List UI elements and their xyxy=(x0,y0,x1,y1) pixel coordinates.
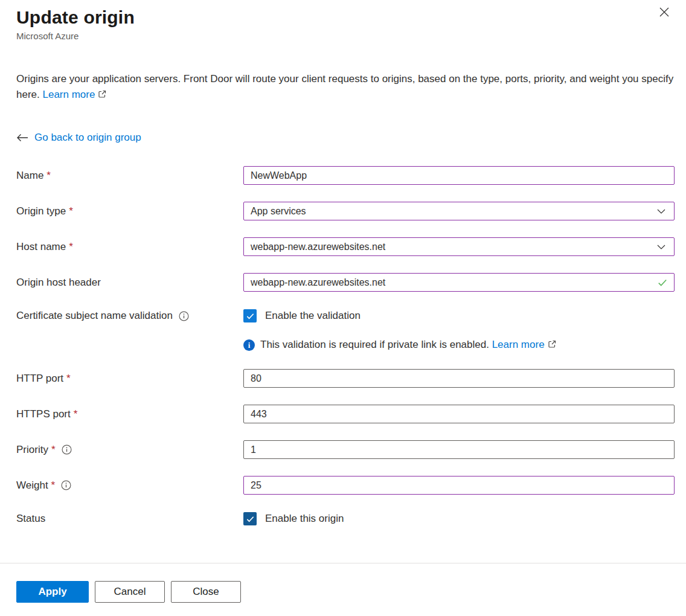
dialog-header: Update origin Microsoft Azure xyxy=(16,0,675,41)
cancel-button[interactable]: Cancel xyxy=(95,581,165,603)
label-text: Origin host header xyxy=(16,277,101,289)
dialog-footer: Apply Cancel Close xyxy=(0,563,686,616)
label-text: Origin type xyxy=(16,205,66,217)
weight-label: Weight * xyxy=(16,480,243,492)
checkbox-checked-icon xyxy=(243,512,257,525)
status-label: Status xyxy=(16,513,243,525)
label-text: HTTP port xyxy=(16,373,63,385)
dropdown-selected-value: App services xyxy=(251,206,306,217)
info-icon[interactable] xyxy=(62,444,72,455)
valid-check-icon xyxy=(657,277,668,288)
info-icon[interactable] xyxy=(179,311,189,321)
chevron-down-icon xyxy=(656,207,666,216)
field-row-https-port: HTTPS port * xyxy=(16,405,675,423)
intro-text: Origins are your application servers. Fr… xyxy=(16,73,673,100)
intro-learn-more-link[interactable]: Learn more xyxy=(42,89,107,100)
back-link-row: Go back to origin group xyxy=(16,132,675,144)
origin-form: Name * Origin type * App services xyxy=(16,166,675,526)
back-arrow-icon xyxy=(16,133,28,142)
field-row-cert-validation: Certificate subject name validation Enab… xyxy=(16,309,675,323)
checkbox-checked-icon xyxy=(243,309,257,322)
info-icon[interactable] xyxy=(61,480,71,490)
dropdown-selected-value: webapp-new.azurewebsites.net xyxy=(251,242,385,252)
go-back-link[interactable]: Go back to origin group xyxy=(34,132,141,144)
field-row-weight: Weight * xyxy=(16,476,675,495)
origin-host-header-input[interactable] xyxy=(243,273,675,292)
field-row-host-name: Host name * webapp-new.azurewebsites.net xyxy=(16,237,675,256)
field-row-http-port: HTTP port * xyxy=(16,369,675,388)
validation-info-note: i This validation is required if private… xyxy=(243,339,675,353)
label-text: Weight xyxy=(16,480,48,492)
required-asterisk: * xyxy=(69,241,73,253)
http-port-label: HTTP port * xyxy=(16,373,243,385)
label-text: Name xyxy=(16,170,43,182)
enable-origin-checkbox[interactable]: Enable this origin xyxy=(243,512,675,525)
field-row-name: Name * xyxy=(16,166,675,185)
field-row-priority: Priority * xyxy=(16,440,675,459)
label-text: Certificate subject name validation xyxy=(16,310,173,322)
external-link-icon xyxy=(97,88,107,104)
weight-input[interactable] xyxy=(243,476,675,495)
priority-label: Priority * xyxy=(16,444,243,456)
required-asterisk: * xyxy=(69,205,73,217)
enable-validation-checkbox[interactable]: Enable the validation xyxy=(243,309,675,322)
required-asterisk: * xyxy=(66,373,71,385)
origin-host-header-label: Origin host header xyxy=(16,277,243,289)
checkbox-label: Enable this origin xyxy=(265,513,344,525)
checkbox-label: Enable the validation xyxy=(265,310,361,322)
http-port-input[interactable] xyxy=(243,369,675,388)
label-text: Priority xyxy=(16,444,48,456)
apply-button[interactable]: Apply xyxy=(16,581,89,603)
required-asterisk: * xyxy=(74,408,78,420)
https-port-input[interactable] xyxy=(243,405,675,423)
label-text: Status xyxy=(16,513,45,525)
page-title: Update origin xyxy=(16,7,675,28)
field-row-origin-host-header: Origin host header xyxy=(16,273,675,292)
name-label: Name * xyxy=(16,170,243,182)
note-message: This validation is required if private l… xyxy=(260,339,489,350)
required-asterisk: * xyxy=(51,480,56,492)
origin-type-dropdown[interactable]: App services xyxy=(243,202,675,220)
label-text: HTTPS port xyxy=(16,408,71,420)
origin-type-label: Origin type * xyxy=(16,205,243,217)
info-filled-icon: i xyxy=(243,339,255,351)
chevron-down-icon xyxy=(656,242,666,252)
host-name-dropdown[interactable]: webapp-new.azurewebsites.net xyxy=(243,237,675,256)
close-button-footer[interactable]: Close xyxy=(171,581,241,603)
close-icon xyxy=(658,5,671,21)
field-row-status: Status Enable this origin xyxy=(16,512,675,526)
name-input[interactable] xyxy=(243,166,675,185)
page-subtitle: Microsoft Azure xyxy=(16,31,675,41)
note-learn-more-link[interactable]: Learn more xyxy=(492,339,557,350)
priority-input[interactable] xyxy=(243,440,675,459)
learn-more-label: Learn more xyxy=(492,339,545,350)
note-text: This validation is required if private l… xyxy=(260,339,557,352)
label-text: Host name xyxy=(16,241,66,253)
learn-more-label: Learn more xyxy=(42,89,95,100)
close-button[interactable] xyxy=(655,4,673,22)
required-asterisk: * xyxy=(51,444,56,456)
external-link-icon xyxy=(547,339,557,352)
host-name-label: Host name * xyxy=(16,241,243,253)
field-row-origin-type: Origin type * App services xyxy=(16,202,675,220)
https-port-label: HTTPS port * xyxy=(16,408,243,420)
intro-paragraph: Origins are your application servers. Fr… xyxy=(16,71,675,104)
cert-validation-label: Certificate subject name validation xyxy=(16,310,243,322)
required-asterisk: * xyxy=(46,170,51,182)
